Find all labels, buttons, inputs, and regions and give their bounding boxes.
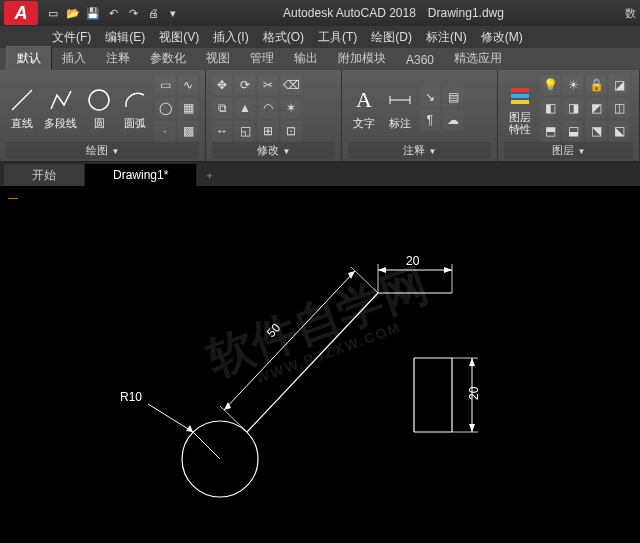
region-icon[interactable]: ▩ (178, 121, 198, 141)
line-button[interactable]: 直线 (6, 84, 38, 133)
layer-iso-icon[interactable]: ◧ (540, 98, 560, 118)
rtab-manage[interactable]: 管理 (240, 47, 284, 70)
dim-r10: R10 (120, 390, 142, 404)
layer-bulb-icon[interactable]: 💡 (540, 75, 560, 95)
fillet-icon[interactable]: ◠ (258, 98, 278, 118)
move-icon[interactable]: ✥ (212, 75, 232, 95)
dim-50: 50 (264, 320, 284, 340)
svg-line-8 (148, 404, 193, 432)
menu-insert[interactable]: 插入(I) (213, 29, 248, 46)
rtab-addons[interactable]: 附加模块 (328, 47, 396, 70)
cloud-icon[interactable]: ☁ (443, 110, 463, 130)
menu-view[interactable]: 视图(V) (159, 29, 199, 46)
rect-icon[interactable]: ▭ (155, 75, 175, 95)
panel-title-annot[interactable]: 注释▼ (348, 142, 491, 159)
leader-icon[interactable]: ↘ (420, 87, 440, 107)
plot-icon[interactable]: 🖨 (144, 4, 162, 22)
menu-edit[interactable]: 编辑(E) (105, 29, 145, 46)
menu-file[interactable]: 文件(F) (52, 29, 91, 46)
polyline-button[interactable]: 多段线 (42, 84, 79, 133)
svg-line-13 (220, 406, 247, 432)
stretch-icon[interactable]: ↔ (212, 121, 232, 141)
menu-format[interactable]: 格式(O) (263, 29, 304, 46)
layer-prev-icon[interactable]: ◫ (609, 98, 629, 118)
svg-rect-7 (511, 100, 529, 104)
save-icon[interactable]: 💾 (84, 4, 102, 22)
arc-button[interactable]: 圆弧 (119, 84, 151, 133)
hatch-icon[interactable]: ▦ (178, 98, 198, 118)
draw-small-tools: ▭ ∿ ◯ ▦ · ▩ (155, 75, 198, 141)
erase-icon[interactable]: ⌫ (281, 75, 301, 95)
dimension-button[interactable]: 标注 (384, 84, 416, 133)
rtab-view[interactable]: 视图 (196, 47, 240, 70)
document-tabs: 开始 Drawing1* ＋ (0, 162, 640, 186)
menu-modify[interactable]: 修改(M) (481, 29, 523, 46)
point-icon[interactable]: · (155, 121, 175, 141)
layer-color-icon[interactable]: ◪ (609, 75, 629, 95)
rtab-insert[interactable]: 插入 (52, 47, 96, 70)
rtab-a360[interactable]: A360 (396, 50, 444, 70)
svg-marker-17 (444, 267, 452, 273)
spline-icon[interactable]: ∿ (178, 75, 198, 95)
menu-tools[interactable]: 工具(T) (318, 29, 357, 46)
app-menu-button[interactable]: A (4, 1, 38, 25)
ribbon: 直线 多段线 圆 圆弧 ▭ ∿ ◯ ▦ · ▩ 绘图▼ (0, 70, 640, 162)
panel-title-draw[interactable]: 绘图▼ (6, 142, 199, 159)
ribbon-tabs: 默认 插入 注释 参数化 视图 管理 输出 附加模块 A360 精选应用 (0, 48, 640, 70)
array-icon[interactable]: ⊞ (258, 121, 278, 141)
svg-line-14 (351, 267, 378, 293)
open-icon[interactable]: 📂 (64, 4, 82, 22)
trim-icon[interactable]: ✂ (258, 75, 278, 95)
panel-title-layer[interactable]: 图层▼ (504, 142, 633, 159)
rtab-default[interactable]: 默认 (6, 46, 52, 70)
offset-icon[interactable]: ⊡ (281, 121, 301, 141)
tab-drawing1[interactable]: Drawing1* (85, 164, 197, 186)
layer-merge-icon[interactable]: ◨ (563, 98, 583, 118)
undo-icon[interactable]: ↶ (104, 4, 122, 22)
tab-start[interactable]: 开始 (4, 164, 85, 186)
panel-title-modify[interactable]: 修改▼ (212, 142, 335, 159)
mtext-icon[interactable]: ¶ (420, 110, 440, 130)
menu-dim[interactable]: 标注(N) (426, 29, 467, 46)
layer-sun-icon[interactable]: ☀ (563, 75, 583, 95)
circle-button[interactable]: 圆 (83, 84, 115, 133)
layer-lock-icon[interactable]: 🔒 (586, 75, 606, 95)
rtab-output[interactable]: 输出 (284, 47, 328, 70)
svg-point-1 (89, 90, 109, 110)
rtab-annot[interactable]: 注释 (96, 47, 140, 70)
drawing-canvas[interactable]: — 软件自学网 WWW.RJZXW.COM R10 50 20 (0, 186, 640, 543)
layer-b-icon[interactable]: ⬓ (563, 121, 583, 141)
qat-dropdown-icon[interactable]: ▾ (164, 4, 182, 22)
radius-leader (193, 432, 220, 459)
new-icon[interactable]: ▭ (44, 4, 62, 22)
app-title: Autodesk AutoCAD 2018Drawing1.dwg (182, 6, 605, 20)
line-50 (247, 293, 378, 432)
rtab-param[interactable]: 参数化 (140, 47, 196, 70)
menu-draw[interactable]: 绘图(D) (371, 29, 412, 46)
scale-icon[interactable]: ◱ (235, 121, 255, 141)
panel-layer: 图层 特性 💡 ☀ 🔒 ◪ ◧ ◨ ◩ ◫ ⬒ ⬓ ⬔ ⬕ 图层▼ (498, 70, 640, 161)
rotate-icon[interactable]: ⟳ (235, 75, 255, 95)
text-button[interactable]: A 文字 (348, 84, 380, 133)
explode-icon[interactable]: ✶ (281, 98, 301, 118)
svg-line-0 (12, 90, 32, 110)
mirror-icon[interactable]: ▲ (235, 98, 255, 118)
layer-tools: 💡 ☀ 🔒 ◪ ◧ ◨ ◩ ◫ ⬒ ⬓ ⬔ ⬕ (540, 75, 629, 141)
annot-small-tools: ↘ ▤ ¶ ☁ (420, 87, 463, 130)
layer-match-icon[interactable]: ◩ (586, 98, 606, 118)
titlebar: A ▭ 📂 💾 ↶ ↷ 🖨 ▾ Autodesk AutoCAD 2018Dra… (0, 0, 640, 26)
layer-a-icon[interactable]: ⬒ (540, 121, 560, 141)
tab-add-button[interactable]: ＋ (197, 164, 221, 186)
doc-name: Drawing1.dwg (428, 6, 504, 20)
table-icon[interactable]: ▤ (443, 87, 463, 107)
svg-marker-16 (378, 267, 386, 273)
layer-d-icon[interactable]: ⬕ (609, 121, 629, 141)
rtab-apps[interactable]: 精选应用 (444, 47, 512, 70)
dim-20-top: 20 (406, 254, 420, 268)
layer-props-button[interactable]: 图层 特性 (504, 79, 536, 137)
menubar: 文件(F) 编辑(E) 视图(V) 插入(I) 格式(O) 工具(T) 绘图(D… (0, 26, 640, 48)
redo-icon[interactable]: ↷ (124, 4, 142, 22)
ellipse-icon[interactable]: ◯ (155, 98, 175, 118)
layer-c-icon[interactable]: ⬔ (586, 121, 606, 141)
copy-icon[interactable]: ⧉ (212, 98, 232, 118)
